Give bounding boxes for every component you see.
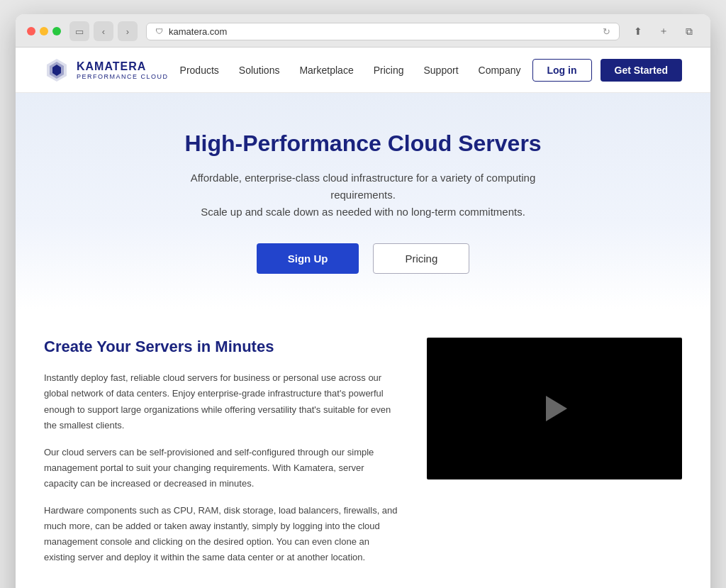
website-content: KAMATERA PERFORMANCE CLOUD Products Solu…	[16, 48, 710, 588]
nav-solutions[interactable]: Solutions	[239, 65, 280, 76]
logo-icon	[44, 57, 69, 83]
browser-window: ▭ ‹ › 🛡 kamatera.com ↻ ⬆ ＋ ⧉	[16, 14, 710, 588]
hero-buttons: Sign Up Pricing	[44, 243, 682, 274]
browser-navigation: ▭ ‹ ›	[69, 21, 138, 41]
hero-subtitle-line2: Scale up and scale down as needed with n…	[201, 206, 525, 218]
nav-company[interactable]: Company	[479, 65, 521, 76]
hero-subtitle: Affordable, enterprise-class cloud infra…	[164, 170, 562, 221]
pricing-button[interactable]: Pricing	[373, 243, 469, 274]
new-tab-button[interactable]: ＋	[654, 21, 674, 41]
login-button[interactable]: Log in	[532, 59, 592, 82]
url-display: kamatera.com	[169, 26, 227, 37]
share-button[interactable]: ⬆	[628, 21, 648, 41]
close-button[interactable]	[27, 27, 35, 35]
video-player[interactable]	[427, 338, 682, 479]
section-title: Create Your Servers in Minutes	[44, 338, 398, 356]
content-left: Create Your Servers in Minutes Instantly…	[44, 338, 398, 577]
hero-section: High-Performance Cloud Servers Affordabl…	[16, 93, 710, 309]
main-navigation: Products Solutions Marketplace Pricing S…	[180, 65, 521, 76]
content-right	[427, 338, 682, 577]
hero-title: High-Performance Cloud Servers	[44, 130, 682, 157]
browser-action-buttons: ⬆ ＋ ⧉	[628, 21, 699, 41]
content-section: Create Your Servers in Minutes Instantly…	[16, 309, 710, 588]
content-para-3: Hardware components such as CPU, RAM, di…	[44, 503, 398, 565]
content-para-2: Our cloud servers can be self-provisione…	[44, 445, 398, 492]
nav-pricing[interactable]: Pricing	[374, 65, 404, 76]
sidebar-toggle[interactable]: ▭	[69, 21, 89, 41]
refresh-icon[interactable]: ↻	[603, 26, 610, 37]
security-icon: 🛡	[155, 27, 163, 35]
minimize-button[interactable]	[40, 27, 48, 35]
logo-tagline: PERFORMANCE CLOUD	[77, 73, 169, 80]
content-para-1: Instantly deploy fast, reliable cloud se…	[44, 370, 398, 433]
tabs-button[interactable]: ⧉	[679, 21, 699, 41]
nav-support[interactable]: Support	[423, 65, 458, 76]
nav-products[interactable]: Products	[180, 65, 219, 76]
header-actions: Log in Get Started	[532, 59, 682, 82]
hero-subtitle-line1: Affordable, enterprise-class cloud infra…	[191, 172, 536, 201]
logo[interactable]: KAMATERA PERFORMANCE CLOUD	[44, 57, 169, 83]
nav-marketplace[interactable]: Marketplace	[299, 65, 353, 76]
forward-button[interactable]: ›	[118, 21, 138, 41]
logo-name: KAMATERA	[77, 60, 169, 73]
browser-traffic-lights	[27, 27, 61, 35]
signup-button[interactable]: Sign Up	[257, 243, 359, 274]
browser-titlebar: ▭ ‹ › 🛡 kamatera.com ↻ ⬆ ＋ ⧉	[16, 14, 710, 48]
play-triangle	[546, 396, 567, 421]
site-header: KAMATERA PERFORMANCE CLOUD Products Solu…	[16, 48, 710, 93]
logo-text: KAMATERA PERFORMANCE CLOUD	[77, 60, 169, 80]
maximize-button[interactable]	[52, 27, 61, 35]
address-bar[interactable]: 🛡 kamatera.com ↻	[146, 23, 620, 40]
get-started-button[interactable]: Get Started	[601, 59, 682, 82]
back-button[interactable]: ‹	[94, 21, 113, 41]
play-icon	[537, 391, 572, 426]
